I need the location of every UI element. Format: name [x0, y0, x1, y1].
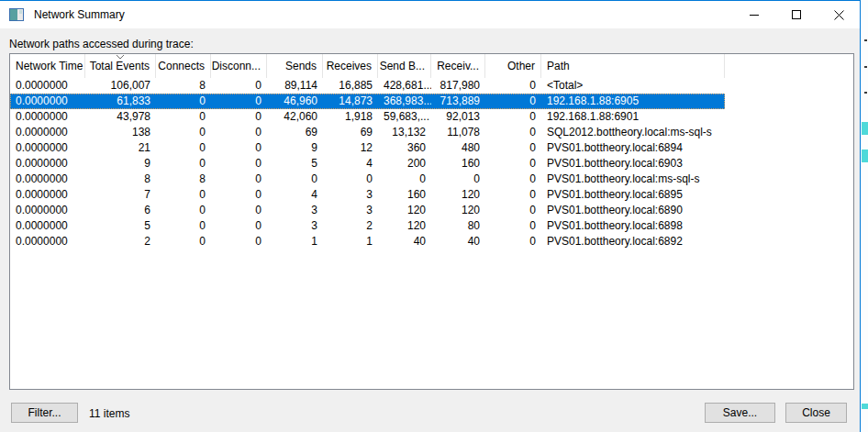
save-button[interactable]: Save... — [705, 403, 775, 423]
column-header-label: Sends — [285, 60, 317, 72]
table-cell: 9 — [267, 140, 323, 156]
column-header-label: Disconn... — [212, 60, 261, 72]
table-row[interactable]: 0.0000000700431601200PVS01.bottheory.loc… — [10, 187, 853, 203]
table-cell: 200 — [378, 156, 431, 172]
table-cell: 0 — [211, 140, 267, 156]
table-cell: 120 — [431, 187, 485, 203]
table-cell: 192.168.1.88:6901 — [541, 109, 725, 125]
table-cell: 0 — [485, 78, 541, 94]
table-cell: 106,007 — [85, 78, 156, 94]
list-caption: Network paths accessed during trace: — [9, 38, 194, 50]
scrollbar-annotation-mark — [864, 92, 867, 94]
table-cell: PVS01.bottheory.local:6890 — [541, 203, 725, 218]
column-header-send-b-[interactable]: Send B... — [378, 54, 431, 78]
table-cell: 0 — [431, 172, 485, 187]
table-cell: 0 — [211, 187, 267, 203]
table-row[interactable]: 0.0000000106,0078089,11416,885428,681...… — [10, 78, 853, 94]
table-cell: 0 — [211, 78, 267, 94]
table-cell: 12 — [323, 140, 378, 156]
column-header-label: Total Events — [90, 60, 150, 72]
filter-button[interactable]: Filter... — [11, 403, 78, 423]
table-cell: 0 — [211, 172, 267, 187]
column-header-sends[interactable]: Sends — [267, 54, 323, 78]
list-header: Network TimeTotal EventsConnectsDisconn.… — [10, 54, 853, 78]
table-cell: 0 — [211, 94, 267, 109]
table-row[interactable]: 0.0000000900542001600PVS01.bottheory.loc… — [10, 156, 853, 172]
table-cell: 160 — [431, 156, 485, 172]
column-header-receiv-[interactable]: Receiv... — [431, 54, 485, 78]
app-icon — [9, 8, 24, 21]
table-cell: 0 — [156, 187, 211, 203]
table-cell: 192.168.1.88:6905 — [541, 94, 725, 109]
table-row[interactable]: 0.000000013800696913,13211,0780SQL2012.b… — [10, 125, 853, 140]
close-button[interactable]: Close — [785, 403, 847, 423]
table-cell: 5 — [267, 156, 323, 172]
table-row[interactable]: 0.0000000600331201200PVS01.bottheory.loc… — [10, 203, 853, 218]
table-cell: 7 — [85, 187, 156, 203]
column-header-receives[interactable]: Receives — [323, 54, 378, 78]
table-row[interactable]: 0.000000021009123604800PVS01.bottheory.l… — [10, 140, 853, 156]
table-cell: 4 — [323, 156, 378, 172]
table-cell: 0 — [485, 234, 541, 249]
table-cell: 0 — [156, 203, 211, 218]
column-header-label: Send B... — [380, 60, 425, 72]
column-header-path[interactable]: Path — [541, 54, 725, 78]
table-cell: 0 — [156, 125, 211, 140]
table-row[interactable]: 0.000000050032120800PVS01.bottheory.loca… — [10, 218, 853, 234]
table-cell: 0.0000000 — [10, 156, 85, 172]
table-cell: 368,983... — [378, 94, 431, 109]
table-cell: 3 — [267, 203, 323, 218]
table-cell: 13,132 — [378, 125, 431, 140]
table-row[interactable]: 0.000000043,9780042,0601,91859,683,...92… — [10, 109, 853, 125]
scrollbar-annotation-mark — [864, 39, 867, 41]
table-cell: 6 — [85, 203, 156, 218]
table-cell: 69 — [267, 125, 323, 140]
table-cell: 0 — [156, 234, 211, 249]
table-cell: 11,078 — [431, 125, 485, 140]
table-cell: PVS01.bottheory.local:6894 — [541, 140, 725, 156]
table-cell: 69 — [323, 125, 378, 140]
table-cell: 8 — [156, 78, 211, 94]
column-header-network-time[interactable]: Network Time — [10, 54, 85, 78]
column-header-connects[interactable]: Connects — [156, 54, 211, 78]
table-cell: PVS01.bottheory.local:6898 — [541, 218, 725, 234]
app-icon-detail — [10, 9, 17, 20]
table-cell: 120 — [378, 218, 431, 234]
table-row[interactable]: 0.000000061,8330046,96014,873368,983...7… — [10, 94, 725, 109]
scrollbar-annotation-mark — [862, 404, 868, 409]
table-row[interactable]: 0.00000002001140400PVS01.bottheory.local… — [10, 234, 853, 249]
table-cell: 0 — [485, 203, 541, 218]
column-header-disconn-[interactable]: Disconn... — [211, 54, 267, 78]
table-cell: 14,873 — [323, 94, 378, 109]
table-cell: 0 — [267, 172, 323, 187]
table-cell: PVS01.bottheory.local:ms-sql-s — [541, 172, 725, 187]
title-bar[interactable]: Network Summary — [0, 1, 860, 28]
table-cell: 89,114 — [267, 78, 323, 94]
table-row[interactable]: 0.000000088000000PVS01.bottheory.local:m… — [10, 172, 853, 187]
table-cell: 0.0000000 — [10, 140, 85, 156]
table-cell: 0 — [211, 203, 267, 218]
network-paths-list[interactable]: Network TimeTotal EventsConnectsDisconn.… — [9, 53, 854, 390]
table-cell: 2 — [85, 234, 156, 249]
close-icon — [834, 10, 844, 20]
column-header-total-events[interactable]: Total Events — [85, 54, 156, 78]
table-cell: 0.0000000 — [10, 172, 85, 187]
table-cell: 0 — [156, 140, 211, 156]
table-cell: 1,918 — [323, 109, 378, 125]
table-cell: 0 — [485, 172, 541, 187]
maximize-button[interactable] — [775, 1, 818, 28]
close-window-button[interactable] — [818, 1, 860, 28]
table-cell: 80 — [431, 218, 485, 234]
background-window-sliver — [861, 0, 868, 432]
table-cell: 428,681... — [378, 78, 431, 94]
minimize-icon — [750, 15, 759, 16]
table-cell: 160 — [378, 187, 431, 203]
minimize-button[interactable] — [733, 1, 775, 28]
table-cell: 5 — [85, 218, 156, 234]
table-cell: 0.0000000 — [10, 187, 85, 203]
column-header-other[interactable]: Other — [485, 54, 541, 78]
table-cell: 61,833 — [85, 94, 156, 109]
table-cell: 1 — [323, 234, 378, 249]
table-cell: 0 — [378, 172, 431, 187]
table-cell: 8 — [85, 172, 156, 187]
